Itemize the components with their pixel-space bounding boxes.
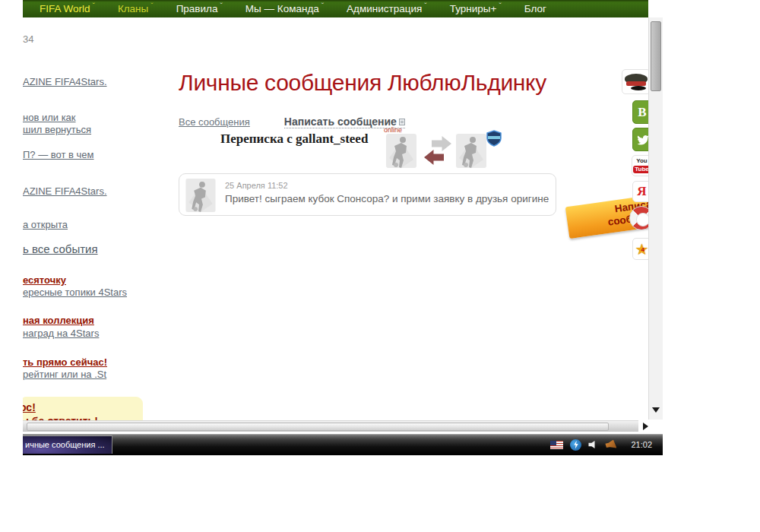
volume-horn-icon[interactable]	[605, 440, 616, 450]
lightning-app-icon[interactable]	[570, 439, 581, 451]
avatar-user-1	[386, 134, 416, 168]
sidebar-link-magazine[interactable]: AZINE FIFA4Stars.	[23, 185, 107, 197]
star-shape: ★4	[635, 240, 649, 258]
online-status-badge: online	[384, 126, 402, 134]
taskbar-clock: 21:02	[631, 440, 652, 449]
scroll-right-arrow-icon[interactable]	[643, 423, 648, 430]
us-flag-language-icon[interactable]	[550, 441, 563, 449]
horizontal-scrollbar[interactable]	[23, 420, 638, 432]
player-silhouette-icon	[185, 179, 216, 212]
arrow-left-icon	[424, 150, 444, 165]
sidebar-link-red-heading[interactable]: ть прямо сейчас!	[23, 356, 107, 368]
nav-label: Мы — Команда	[245, 3, 319, 14]
scroll-down-arrow-icon[interactable]	[652, 407, 660, 413]
tab-all-messages[interactable]: Все сообщения	[179, 116, 250, 128]
sidebar-link-topic[interactable]: П? — вот в чем	[23, 149, 94, 160]
nav-item-administration[interactable]: Администрация	[347, 3, 427, 14]
promo-link[interactable]: ос!	[23, 401, 143, 413]
sidebar-link-magazine[interactable]: AZINE FIFA4Stars.	[23, 76, 107, 87]
nav-label: Правила	[176, 3, 218, 14]
vk-letter: B	[638, 105, 646, 120]
nav-item-tournaments[interactable]: Турниры+	[450, 3, 502, 14]
screenshot-canvas: FIFA World Кланы Правила Мы — Команда Ад…	[0, 0, 760, 532]
sidebar-link-all-events[interactable]: ь все события	[23, 242, 98, 255]
horizontal-scrollbar-thumb[interactable]	[27, 423, 609, 431]
sidebar-link-topic[interactable]: шил вернуться	[23, 124, 91, 135]
page-title: Личные сообщения ЛюблюЛьдинку	[179, 70, 546, 96]
vertical-scrollbar-thumb[interactable]	[651, 21, 661, 91]
club-shield-badge-icon	[485, 129, 503, 147]
chevron-down-icon	[93, 4, 95, 10]
nav-label: Турниры+	[450, 3, 497, 14]
star-number: 4	[641, 246, 644, 253]
player-silhouette-icon	[456, 134, 486, 168]
nav-item-team[interactable]: Мы — Команда	[245, 3, 324, 14]
cap-shape	[624, 74, 648, 90]
nav-item-clans[interactable]: Кланы	[118, 3, 154, 14]
conversation-header: Переписка с gallant_steed	[220, 131, 368, 147]
arrow-right-icon	[432, 136, 451, 151]
sidebar-link-topics-4stars[interactable]: ересные топики 4Stars	[23, 287, 127, 298]
message-card: 25 Апреля 11:52 Привет! сыграем кубок Сп…	[179, 173, 556, 216]
os-taskbar: ичные сообщения ... 21:02	[23, 434, 663, 455]
sidebar-link-open[interactable]: а открыта	[23, 219, 68, 230]
chevron-down-icon	[220, 4, 222, 10]
chevron-down-icon	[499, 4, 501, 10]
message-text: Привет! сыграем кубок Спонсора? и прими …	[225, 193, 549, 204]
officer-cap-icon[interactable]	[622, 69, 651, 94]
message-timestamp: 25 Апреля 11:52	[225, 181, 288, 190]
sidebar-counter: 34	[23, 33, 33, 45]
nav-item-blog[interactable]: Блог	[524, 3, 546, 14]
nav-label: Кланы	[118, 3, 148, 14]
chevron-down-icon	[150, 4, 153, 10]
compose-note-icon	[399, 119, 405, 125]
nav-item-fifa-world[interactable]: FIFA World	[40, 3, 95, 14]
chevron-down-icon	[424, 4, 426, 10]
taskbar-task-button[interactable]: ичные сообщения ...	[23, 435, 112, 454]
player-silhouette-icon	[386, 134, 416, 168]
message-avatar	[185, 179, 216, 212]
system-tray: 21:02	[550, 434, 663, 455]
message-tabs: Все сообщения Написать сообщение	[179, 116, 405, 128]
top-navbar: FIFA World Кланы Правила Мы — Команда Ад…	[23, 0, 648, 17]
sidebar-link-topic[interactable]: нов или как	[23, 112, 76, 123]
chevron-down-icon	[321, 4, 324, 10]
nav-label: FIFA World	[40, 3, 90, 14]
nav-label: Администрация	[347, 3, 422, 14]
sidebar-link-rating[interactable]: рейтинг или на .St	[23, 369, 106, 380]
browser-window: FIFA World Кланы Правила Мы — Команда Ад…	[23, 0, 663, 455]
sidebar-link-red-heading[interactable]: ная коллекция	[23, 315, 94, 326]
avatar-user-2	[456, 134, 486, 168]
twitter-bird	[636, 133, 649, 146]
speaker-icon[interactable]	[588, 440, 598, 449]
vertical-scrollbar[interactable]	[648, 17, 663, 420]
nav-label: Блог	[524, 3, 546, 14]
sidebar-link-red-heading[interactable]: есяточку	[23, 274, 66, 286]
nav-item-rules[interactable]: Правила	[176, 3, 223, 14]
sidebar-link-awards[interactable]: наград на 4Stars	[23, 328, 99, 339]
tab-compose-label: Написать сообщение	[284, 116, 397, 128]
yandex-letter: Я	[637, 184, 646, 199]
